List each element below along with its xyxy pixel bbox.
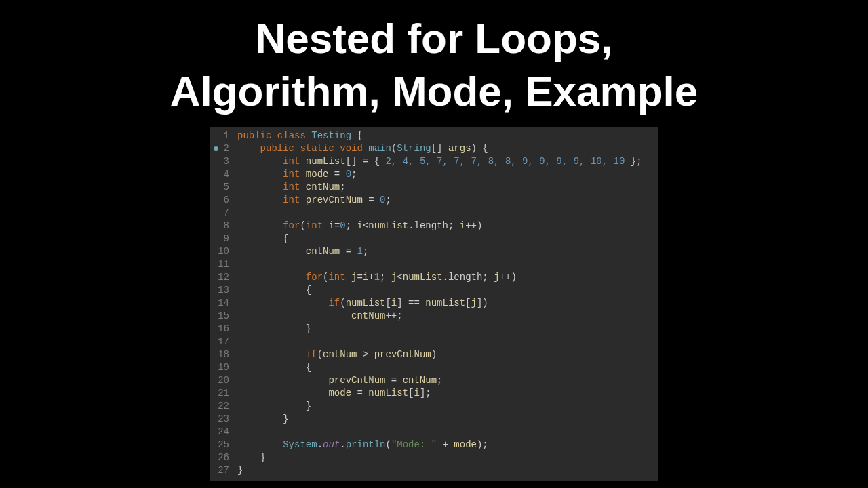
code-line: 16 } [210, 323, 658, 336]
line-number: 20 [210, 374, 233, 387]
line-number: 5 [210, 181, 233, 194]
code-line: 18 if(cntNum > prevCntNum) [210, 348, 658, 361]
line-number: 15 [210, 310, 233, 323]
line-number: 3 [210, 155, 233, 168]
code-line: 15 cntNum++; [210, 310, 658, 323]
line-number: 9 [210, 232, 233, 245]
line-number: 10 [210, 245, 233, 258]
line-number: 25 [210, 439, 233, 451]
code-line: 20 prevCntNum = cntNum; [210, 374, 658, 387]
code-line: 5 int cntNum; [210, 181, 658, 194]
code-line: 9 { [210, 232, 658, 245]
line-number: 21 [210, 387, 233, 400]
code-line: 1 public class Testing { [210, 129, 658, 142]
line-number: 6 [210, 194, 233, 207]
code-line: 2 public static void main(String[] args)… [210, 142, 658, 155]
code-line: 27 } [210, 464, 658, 477]
line-number: 27 [210, 464, 233, 477]
code-line: 14 if(numList[i] == numList[j]) [210, 297, 658, 310]
code-line: 17 [210, 336, 658, 348]
code-line: 7 [210, 207, 658, 220]
line-number: 13 [210, 284, 233, 297]
line-number: 23 [210, 413, 233, 426]
line-number: 12 [210, 271, 233, 284]
code-line: 4 int mode = 0; [210, 168, 658, 181]
code-line: 21 mode = numList[i]; [210, 387, 658, 400]
code-line: 19 { [210, 361, 658, 374]
code-line: 11 [210, 258, 658, 271]
code-line: 22 } [210, 400, 658, 413]
code-line: 13 { [210, 284, 658, 297]
code-line: 10 cntNum = 1; [210, 245, 658, 258]
line-number: 14 [210, 297, 233, 310]
line-number: 11 [210, 258, 233, 271]
line-number: 4 [210, 168, 233, 181]
line-number: 7 [210, 207, 233, 220]
line-number: 24 [210, 426, 233, 439]
line-number: 16 [210, 323, 233, 336]
code-line: 8 for(int i=0; i<numList.length; i++) [210, 220, 658, 232]
line-number: 1 [210, 129, 233, 142]
code-line: 6 int prevCntNum = 0; [210, 194, 658, 207]
line-number: 8 [210, 220, 233, 232]
line-number: 18 [210, 348, 233, 361]
slide-title: Nested for Loops, Algorithm, Mode, Examp… [0, 0, 868, 127]
line-number: 22 [210, 400, 233, 413]
code-line: 23 } [210, 413, 658, 426]
line-number: 26 [210, 451, 233, 464]
code-line: 24 [210, 426, 658, 439]
breakpoint-icon [214, 146, 218, 151]
line-number: 2 [210, 142, 233, 155]
code-editor: 1 public class Testing { 2 public static… [210, 127, 658, 481]
code-line: 12 for(int j=i+1; j<numList.length; j++) [210, 271, 658, 284]
code-line: 25 System.out.println("Mode: " + mode); [210, 439, 658, 451]
line-number: 19 [210, 361, 233, 374]
code-line: 26 } [210, 451, 658, 464]
code-line: 3 int numList[] = { 2, 4, 5, 7, 7, 7, 8,… [210, 155, 658, 168]
line-number: 17 [210, 336, 233, 348]
